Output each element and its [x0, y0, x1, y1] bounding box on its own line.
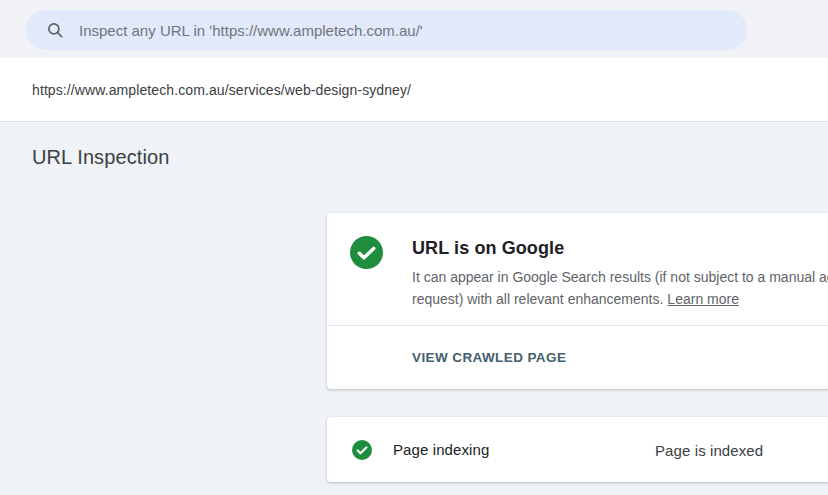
url-status-text-block: URL is on Google It can appear in Google… — [412, 236, 828, 310]
url-status-title: URL is on Google — [412, 236, 828, 260]
page-indexing-status: Page is indexed — [655, 441, 763, 458]
page-indexing-label: Page indexing — [393, 441, 489, 458]
check-circle-icon — [350, 236, 383, 269]
page-indexing-card[interactable]: Page indexing Page is indexed — [327, 417, 828, 482]
url-status-card-main: URL is on Google It can appear in Google… — [327, 213, 828, 325]
search-icon — [46, 21, 64, 39]
header-band — [0, 0, 828, 58]
url-status-card: URL is on Google It can appear in Google… — [327, 213, 828, 389]
inspected-url-band: https://www.ampletech.com.au/services/we… — [0, 58, 828, 122]
description-line-1: It can appear in Google Search results (… — [412, 266, 828, 288]
url-inspect-search-bar[interactable] — [26, 10, 747, 50]
learn-more-link[interactable]: Learn more — [667, 291, 739, 307]
url-status-card-footer: VIEW CRAWLED PAGE — [327, 325, 828, 389]
search-input[interactable] — [79, 22, 729, 39]
url-status-description: It can appear in Google Search results (… — [412, 266, 828, 310]
inspected-url: https://www.ampletech.com.au/services/we… — [32, 82, 411, 98]
view-crawled-page-button[interactable]: VIEW CRAWLED PAGE — [412, 350, 566, 365]
description-line-2: request) with all relevant enhancements.… — [412, 288, 828, 310]
check-circle-icon — [352, 440, 372, 460]
page-title: URL Inspection — [32, 146, 169, 169]
